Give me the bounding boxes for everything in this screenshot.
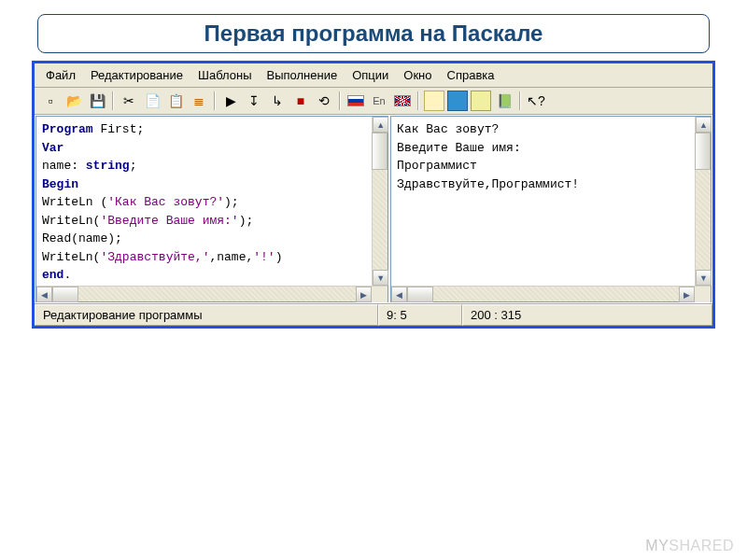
reset-icon[interactable]: ⟲: [314, 91, 334, 111]
window3-icon[interactable]: [471, 91, 491, 111]
toolbar-separator: [214, 91, 216, 110]
scroll-thumb[interactable]: [695, 133, 711, 170]
save-file-icon[interactable]: 💾: [87, 91, 107, 111]
paste-icon[interactable]: 📋: [165, 91, 186, 111]
step-icon[interactable]: ↧: [244, 91, 264, 111]
scroll-corner: [372, 287, 388, 302]
lang-ru-icon[interactable]: [345, 91, 366, 111]
watermark: MYSHARED: [645, 538, 734, 554]
menu-options[interactable]: Опции: [346, 66, 394, 84]
help-cursor-icon[interactable]: ↖?: [526, 91, 546, 111]
lang-uk-icon[interactable]: [392, 91, 413, 111]
scroll-left-icon[interactable]: ◀: [36, 287, 52, 302]
output-pane[interactable]: Как Вас зовут? Введите Ваше имя: Програм…: [390, 116, 712, 302]
status-cursor-pos: 9: 5: [378, 304, 462, 326]
vertical-scrollbar[interactable]: ▲ ▼: [372, 117, 388, 286]
scroll-thumb-h[interactable]: [407, 287, 433, 302]
toolbar-separator: [112, 91, 114, 110]
menu-edit[interactable]: Редактирование: [85, 66, 189, 84]
output-text: Как Вас зовут? Введите Ваше имя: Програм…: [391, 117, 711, 286]
code-editor-pane[interactable]: Program First; Var name: string; Begin W…: [35, 116, 388, 302]
window2-icon[interactable]: [447, 91, 468, 111]
title-box: Первая программа на Паскале: [37, 14, 710, 53]
menu-help[interactable]: Справка: [442, 66, 500, 84]
new-file-icon[interactable]: ▫: [40, 91, 61, 111]
format-icon[interactable]: ≣: [189, 91, 209, 111]
scroll-right-icon[interactable]: ▶: [679, 287, 695, 302]
book-icon[interactable]: 📗: [494, 91, 514, 111]
scroll-thumb-h[interactable]: [52, 287, 78, 302]
scroll-down-icon[interactable]: ▼: [373, 270, 388, 286]
open-file-icon[interactable]: 📂: [63, 91, 84, 111]
scroll-up-icon[interactable]: ▲: [696, 117, 712, 133]
cut-icon[interactable]: ✂: [119, 91, 139, 111]
status-mode: Редактирование программы: [35, 304, 378, 326]
menu-window[interactable]: Окно: [398, 66, 437, 84]
scroll-up-icon[interactable]: ▲: [373, 117, 388, 133]
scroll-track-h[interactable]: [78, 287, 356, 301]
toolbar-separator: [339, 91, 341, 110]
menubar: Файл Редактирование Шаблоны Выполнение О…: [35, 63, 712, 88]
scroll-corner: [695, 287, 711, 302]
toolbar: ▫ 📂 💾 ✂ 📄 📋 ≣ ▶ ↧ ↳ ■ ⟲ En 📗 ↖?: [35, 88, 712, 115]
menu-templates[interactable]: Шаблоны: [192, 66, 258, 84]
status-extra: 200 : 315: [462, 304, 712, 326]
slide: Первая программа на Паскале Файл Редакти…: [0, 0, 747, 560]
code-text[interactable]: Program First; Var name: string; Begin W…: [36, 117, 388, 286]
menu-file[interactable]: Файл: [40, 66, 81, 84]
menu-run[interactable]: Выполнение: [261, 66, 344, 84]
run-icon[interactable]: ▶: [220, 91, 241, 111]
horizontal-scrollbar[interactable]: ◀ ▶: [36, 286, 388, 301]
statusbar: Редактирование программы 9: 5 200 : 315: [35, 303, 712, 326]
slide-title: Первая программа на Паскале: [57, 21, 690, 47]
lang-en-label[interactable]: En: [369, 91, 389, 111]
ide-window: Файл Редактирование Шаблоны Выполнение О…: [32, 61, 715, 329]
scroll-thumb[interactable]: [372, 133, 388, 170]
scroll-right-icon[interactable]: ▶: [356, 287, 372, 302]
scroll-left-icon[interactable]: ◀: [391, 287, 407, 302]
trace-icon[interactable]: ↳: [267, 91, 288, 111]
window1-icon[interactable]: [424, 91, 444, 111]
horizontal-scrollbar[interactable]: ◀ ▶: [391, 286, 711, 301]
scroll-down-icon[interactable]: ▼: [696, 270, 712, 286]
toolbar-separator: [417, 91, 419, 110]
copy-icon[interactable]: 📄: [142, 91, 162, 111]
vertical-scrollbar[interactable]: ▲ ▼: [695, 117, 711, 286]
stop-icon[interactable]: ■: [290, 91, 311, 111]
scroll-track-h[interactable]: [433, 287, 679, 301]
editor-panes: Program First; Var name: string; Begin W…: [35, 115, 712, 303]
toolbar-separator: [519, 91, 521, 110]
